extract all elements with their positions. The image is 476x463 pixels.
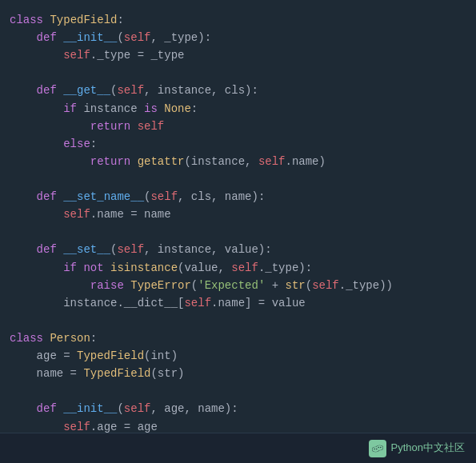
code-line: if not isinstance(value, self._type): bbox=[10, 259, 466, 277]
wechat-icon bbox=[369, 440, 386, 457]
code-line: def __set__(self, instance, value): bbox=[10, 241, 466, 258]
code-line: age = TypedField(int) bbox=[10, 347, 466, 365]
svg-point-4 bbox=[378, 446, 378, 447]
code-line: if instance is None: bbox=[10, 100, 466, 118]
bottom-bar: Python中文社区 bbox=[0, 433, 476, 463]
code-line: class Person: bbox=[10, 329, 466, 347]
code-line: def __get__(self, instance, cls): bbox=[10, 82, 466, 99]
code-line bbox=[10, 312, 466, 329]
svg-point-5 bbox=[380, 446, 381, 447]
code-line bbox=[10, 223, 466, 241]
code-line bbox=[10, 170, 466, 188]
code-line: self._type = _type bbox=[10, 46, 466, 64]
code-line: self.name = name bbox=[10, 206, 466, 223]
code-container: class TypedField: def __init__(self, _ty… bbox=[0, 0, 476, 463]
code-line: return getattr(instance, self.name) bbox=[10, 153, 466, 170]
code-line: else: bbox=[10, 135, 466, 153]
code-line: return self bbox=[10, 118, 466, 135]
wechat-badge: Python中文社区 bbox=[369, 440, 465, 457]
code-line: raise TypeError('Expected' + str(self._t… bbox=[10, 277, 466, 294]
code-line bbox=[10, 64, 466, 82]
code-line: class TypedField: bbox=[10, 11, 466, 29]
code-line bbox=[10, 382, 466, 400]
svg-point-3 bbox=[372, 447, 378, 452]
code-line: def __init__(self, _type): bbox=[10, 29, 466, 46]
code-block: class TypedField: def __init__(self, _ty… bbox=[0, 8, 476, 463]
badge-label: Python中文社区 bbox=[391, 440, 465, 456]
code-line: def __init__(self, age, name): bbox=[10, 400, 466, 417]
code-line: instance.__dict__[self.name] = value bbox=[10, 294, 466, 312]
svg-point-7 bbox=[376, 448, 377, 449]
code-line: def __set_name__(self, cls, name): bbox=[10, 188, 466, 206]
svg-point-6 bbox=[374, 448, 374, 449]
code-line: name = TypedField(str) bbox=[10, 365, 466, 382]
